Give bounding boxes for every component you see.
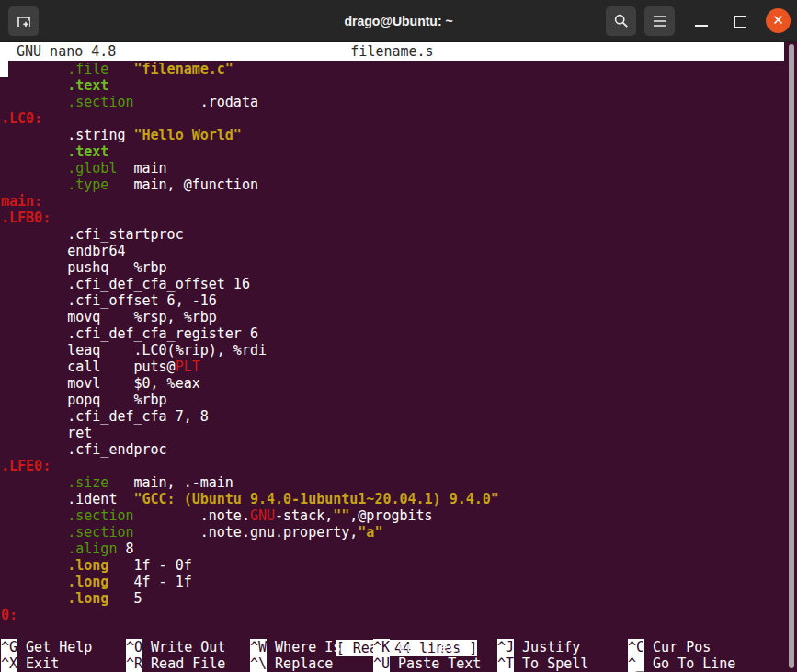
shortcut-key: ^J [497,639,514,655]
code-segment: .section [67,507,133,524]
code-line[interactable]: .LFE0: [1,458,784,474]
code-segment: 5 [108,590,142,607]
code-line[interactable]: pushq %rbp [1,259,784,276]
code-line[interactable]: .LFB0: [1,210,784,226]
code-segment: .text [67,143,108,160]
search-button[interactable] [606,6,636,36]
shortcut-label: Write Out [142,639,225,655]
code-segment: 4f - 1f [108,574,191,590]
shortcut-row-2: ^X Exit^R Read File^\ Replace^U Paste Te… [1,655,797,672]
code-segment: call puts@ [1,359,176,375]
shortcut-key: ^C [628,639,644,655]
code-line[interactable]: .string "Hello World" [1,127,784,143]
text-cursor [0,61,8,77]
code-line[interactable]: .cfi_endproc [1,441,784,458]
code-segment: .note.gnu.property, [134,524,359,541]
close-button[interactable]: ✕ [766,8,791,33]
code-line[interactable]: .long 1f - 0f [1,557,784,574]
code-segment [1,160,67,177]
close-icon: ✕ [772,14,784,28]
shortcut-label: Replace [267,655,333,672]
shortcut-exit: ^X Exit [1,655,126,672]
code-line[interactable]: .cfi_def_cfa_register 6 [1,325,784,342]
code-segment: 8 [117,541,133,557]
new-tab-button[interactable] [8,6,39,36]
code-segment: "" [333,507,349,524]
code-segment: .file [67,61,108,77]
code-line[interactable]: .cfi_startproc [1,226,784,243]
code-segment [1,143,67,160]
code-line[interactable]: endbr64 [1,243,784,259]
shortcut-row-1: ^G Get Help^O Write Out^W Where Is^K Cut… [1,639,797,655]
code-segment [1,590,67,607]
code-line[interactable]: .globl main [1,160,784,177]
menu-button[interactable] [644,6,675,36]
shortcut-to-spell: ^T To Spell [497,655,628,672]
code-line[interactable]: .cfi_def_cfa_offset 16 [1,276,784,292]
code-line[interactable]: .file "filename.c" [1,61,784,77]
shortcut-key: ^W [250,639,267,655]
code-line[interactable]: .section .rodata [1,94,784,110]
code-line[interactable]: .long 4f - 1f [1,574,784,590]
code-line[interactable]: .cfi_offset 6, -16 [1,292,784,309]
code-segment: ret [1,425,92,441]
code-line[interactable]: .section .note.gnu.property,"a" [1,524,784,541]
code-segment [1,574,67,590]
search-icon [613,13,630,29]
code-segment: .align [67,541,117,557]
code-segment: ,@progbits [349,507,432,524]
code-line[interactable]: .text [1,77,784,94]
status-row: [ Read 44 lines ] [0,623,797,640]
code-line[interactable]: main: [1,193,784,210]
code-segment: .cfi_def_cfa 7, 8 [1,408,209,425]
code-segment: .cfi_startproc [1,226,184,243]
shortcut-replace: ^\ Replace [250,655,373,672]
new-tab-icon [15,12,33,30]
code-line[interactable]: .type main, @function [1,177,784,193]
code-segment [1,541,67,557]
code-line[interactable]: .cfi_def_cfa 7, 8 [1,408,784,425]
code-segment [1,61,67,77]
code-segment: main [117,160,166,177]
code-line[interactable]: .long 5 [1,590,784,607]
maximize-icon [734,16,746,28]
code-segment: movl $0, %eax [1,375,200,392]
hamburger-icon [653,15,667,28]
code-segment [108,61,133,77]
shortcut-label: Exit [17,655,59,672]
code-line[interactable]: .align 8 [1,541,784,557]
code-segment: endbr64 [1,243,125,259]
code-line[interactable]: leaq .LC0(%rip), %rdi [1,342,784,359]
minimize-button[interactable] [688,6,715,36]
code-line[interactable]: .size main, .-main [1,474,784,491]
shortcut-where-is: ^W Where Is [250,639,373,655]
code-segment [1,524,67,541]
code-segment: .cfi_def_cfa_register 6 [1,325,258,342]
code-line[interactable]: .LC0: [1,110,784,127]
shortcut-key: ^K [373,639,390,655]
code-line[interactable]: movq %rsp, %rbp [1,309,784,325]
code-segment: pushq %rbp [1,259,167,276]
code-line[interactable]: .text [1,143,784,160]
shortcut-key: ^T [497,655,514,672]
editor-content[interactable]: .file "filename.c" .text .section .rodat… [1,61,784,623]
code-segment: 1f - 0f [108,557,191,574]
code-segment: .note. [134,507,250,524]
code-segment: "a" [358,524,382,541]
scrollbar-thumb[interactable] [789,44,794,668]
window-titlebar[interactable]: drago@Ubuntu: ~ ✕ [0,0,797,42]
code-line[interactable]: 0: [1,607,784,623]
shortcut-label: Read File [142,655,225,672]
shortcut-read-file: ^R Read File [126,655,250,672]
code-line[interactable]: call puts@PLT [1,359,784,375]
shortcut-cur-pos: ^C Cur Pos [628,639,797,655]
code-line[interactable]: ret [1,425,784,441]
code-line[interactable]: .section .note.GNU-stack,"",@progbits [1,507,784,524]
code-segment [1,77,67,94]
shortcut-key: ^_ [628,655,644,672]
shortcut-label: Get Help [17,639,92,655]
code-line[interactable]: .ident "GCC: (Ubuntu 9.4.0-1ubuntu1~20.0… [1,491,784,507]
code-line[interactable]: popq %rbp [1,392,784,408]
shortcut-key: ^U [373,655,390,672]
code-line[interactable]: movl $0, %eax [1,375,784,392]
